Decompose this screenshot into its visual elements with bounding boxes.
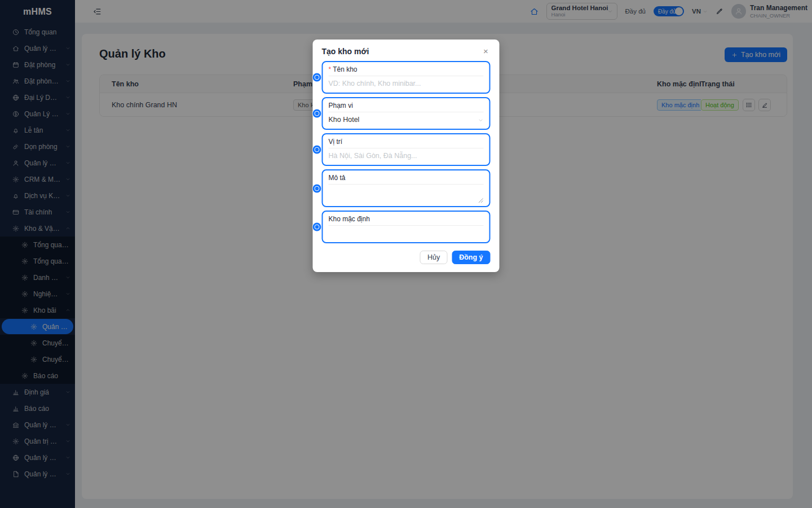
field-label: Phạm vi <box>329 102 484 112</box>
required-asterisk: * <box>329 65 332 73</box>
field-pham-vi: Phạm viKho Hotel <box>322 97 491 130</box>
field-label: Vị trí <box>329 138 484 148</box>
kho-mac-dinh-switch-wrap <box>329 226 484 239</box>
mo-ta-textarea[interactable] <box>329 185 484 203</box>
field-kho-mac-dinh: Kho mặc định <box>322 211 491 243</box>
placeholder-text: Hà Nội, Sài Gòn, Đà Nẵng... <box>329 152 417 160</box>
field-label: Kho mặc định <box>329 215 484 226</box>
field-label: Mô tả <box>329 174 484 185</box>
modal-footer: Hủy Đồng ý <box>322 251 491 264</box>
resize-handle-icon[interactable] <box>478 198 483 203</box>
chevron-down-icon <box>478 117 484 123</box>
vi-tri-input[interactable]: Hà Nội, Sài Gòn, Đà Nẵng... <box>329 148 484 161</box>
pham-vi-select[interactable]: Kho Hotel <box>329 112 484 125</box>
tour-beacon-3[interactable] <box>313 146 321 154</box>
cancel-button[interactable]: Hủy <box>420 251 447 264</box>
placeholder-text: VD: Kho chính, Kho minibar... <box>329 80 421 87</box>
ten-kho-input[interactable]: VD: Kho chính, Kho minibar... <box>329 76 484 89</box>
modal-fields: *Tên khoVD: Kho chính, Kho minibar...Phạ… <box>322 61 491 243</box>
create-warehouse-modal: Tạo kho mới × *Tên khoVD: Kho chính, Kho… <box>313 40 500 272</box>
field-mo-ta: Mô tả <box>322 169 491 207</box>
tour-beacon-2[interactable] <box>313 110 321 118</box>
modal-header: Tạo kho mới × <box>322 47 491 56</box>
switch-knob <box>330 230 337 237</box>
tour-beacon-1[interactable] <box>313 73 321 82</box>
tour-beacon-5[interactable] <box>313 223 321 231</box>
modal-title: Tạo kho mới <box>322 47 369 56</box>
field-ten-kho: *Tên khoVD: Kho chính, Kho minibar... <box>322 61 491 94</box>
tour-beacon-4[interactable] <box>313 184 321 192</box>
field-vi-tri: Vị tríHà Nội, Sài Gòn, Đà Nẵng... <box>322 133 491 166</box>
ok-button[interactable]: Đồng ý <box>452 251 490 264</box>
close-icon[interactable]: × <box>482 47 491 56</box>
field-label: *Tên kho <box>329 65 484 76</box>
selected-value: Kho Hotel <box>329 116 360 124</box>
